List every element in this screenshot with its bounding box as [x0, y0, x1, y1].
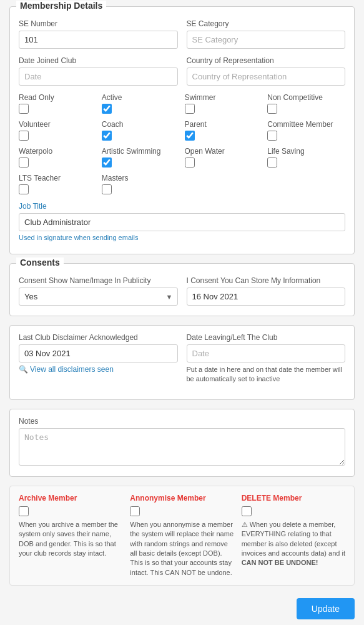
show-name-group: Consent Show Name/Image In Publicity Yes…: [19, 276, 178, 306]
store-info-label: I Consent You Can Store My Information: [187, 276, 346, 285]
archive-member-description: When you archive a member the system onl…: [19, 520, 122, 559]
date-leaving-group: Date Leaving/Left The Club Put a date in…: [187, 333, 346, 384]
checkbox-swimmer-input[interactable]: [185, 104, 195, 114]
anonymise-member-checkbox[interactable]: [130, 506, 140, 516]
checkbox-lts-teacher-label: LTS Teacher: [19, 174, 61, 182]
checkbox-artistic-swimming-input[interactable]: [102, 158, 112, 168]
store-info-group: I Consent You Can Store My Information: [187, 276, 346, 306]
se-number-input[interactable]: [19, 31, 178, 49]
checkbox-active-input[interactable]: [102, 104, 112, 114]
consents-section: Consents Consent Show Name/Image In Publ…: [9, 263, 355, 316]
date-joined-label: Date Joined Club: [19, 56, 178, 65]
delete-description-bold: CAN NOT BE UNDONE!: [242, 559, 318, 566]
checkbox-volunteer-input[interactable]: [19, 131, 29, 141]
anonymise-member-description: When you annonymise a member the system …: [130, 520, 234, 578]
danger-grid: Archive Member When you archive a member…: [19, 494, 345, 578]
update-row: Update: [9, 594, 355, 623]
checkbox-non-competitive: Non Competitive: [267, 93, 345, 114]
membership-details-section: Membership Details SE Number SE Category…: [9, 6, 355, 254]
job-title-label: Job Title: [19, 202, 345, 211]
checkbox-life-saving-label: Life Saving: [267, 147, 304, 156]
show-name-select-wrapper: Yes No Not Set ▼: [19, 288, 178, 306]
checkbox-open-water-input[interactable]: [185, 158, 195, 168]
job-title-group: Job Title Used in signature when sending…: [19, 202, 345, 241]
notes-label: Notes: [19, 417, 345, 426]
delete-member-label: DELETE Member: [242, 494, 345, 502]
checkbox-open-water: Open Water: [185, 147, 263, 168]
se-category-group: SE Category: [187, 19, 346, 49]
checkbox-active: Active: [102, 93, 180, 114]
checkbox-coach-label: Coach: [102, 120, 124, 129]
checkbox-committee-member-label: Committee Member: [267, 120, 333, 129]
se-row: SE Number SE Category: [19, 19, 345, 49]
consent-row: Consent Show Name/Image In Publicity Yes…: [19, 276, 345, 306]
delete-member-description: ⚠ When you delete a member, EVERYTHING r…: [242, 520, 345, 568]
checkbox-parent-input[interactable]: [185, 131, 195, 141]
checkbox-coach: Coach: [102, 120, 180, 141]
view-disclaimers-link[interactable]: 🔍 View all disclaimers seen: [19, 365, 178, 374]
checkbox-parent-label: Parent: [185, 120, 207, 129]
country-input[interactable]: [187, 68, 346, 86]
date-joined-group: Date Joined Club: [19, 56, 178, 86]
checkbox-committee-member-input[interactable]: [267, 131, 277, 141]
date-leaving-label: Date Leaving/Left The Club: [187, 333, 346, 342]
checkbox-masters: Masters: [102, 174, 180, 194]
anonymise-member-label: Annonymise Member: [130, 494, 234, 502]
checkbox-waterpolo-input[interactable]: [19, 158, 29, 168]
checkbox-waterpolo: Waterpolo: [19, 147, 97, 168]
checkbox-committee-member: Committee Member: [267, 120, 345, 141]
checkbox-lts-teacher: LTS Teacher: [19, 174, 97, 194]
job-title-input[interactable]: [19, 213, 345, 231]
checkbox-parent: Parent: [185, 120, 263, 141]
checkbox-waterpolo-label: Waterpolo: [19, 147, 52, 156]
show-name-label: Consent Show Name/Image In Publicity: [19, 276, 178, 285]
checkbox-swimmer: Swimmer: [185, 93, 263, 114]
se-number-group: SE Number: [19, 19, 178, 49]
view-disclaimers-text: View all disclaimers seen: [30, 365, 114, 374]
checkbox-read-only-label: Read Only: [19, 93, 54, 102]
se-category-label: SE Category: [187, 19, 346, 28]
checkbox-read-only: Read Only: [19, 93, 97, 114]
warning-icon: ⚠: [242, 521, 250, 528]
checkbox-artistic-swimming-label: Artistic Swimming: [102, 147, 161, 156]
date-leaving-input[interactable]: [187, 344, 346, 362]
checkbox-non-competitive-input[interactable]: [267, 104, 277, 114]
checkbox-non-competitive-label: Non Competitive: [267, 93, 323, 102]
job-title-note: Used in signature when sending emails: [19, 234, 345, 241]
checkbox-open-water-label: Open Water: [185, 147, 225, 156]
checkbox-masters-label: Masters: [102, 174, 129, 182]
checkbox-lts-teacher-input[interactable]: [19, 184, 29, 194]
notes-textarea[interactable]: [19, 428, 345, 466]
delete-member-checkbox[interactable]: [242, 506, 252, 516]
danger-section: Archive Member When you archive a member…: [9, 486, 355, 586]
store-info-input[interactable]: [187, 288, 346, 306]
delete-description-pre: When you delete a member, EVERYTHING rel…: [242, 521, 345, 557]
checkbox-masters-input[interactable]: [102, 184, 112, 194]
checkbox-volunteer-label: Volunteer: [19, 120, 51, 129]
membership-details-title: Membership Details: [16, 1, 106, 11]
date-leaving-note: Put a date in here and on that date the …: [187, 365, 346, 384]
checkbox-active-label: Active: [102, 93, 122, 102]
delete-member-item: DELETE Member ⚠ When you delete a member…: [242, 494, 345, 578]
info-icon: 🔍: [19, 365, 28, 374]
se-number-label: SE Number: [19, 19, 178, 28]
checkbox-read-only-input[interactable]: [19, 104, 29, 114]
disclaimer-section: Last Club Disclaimer Acknowledged 🔍 View…: [9, 325, 355, 400]
last-ack-input[interactable]: [19, 344, 178, 362]
last-ack-label: Last Club Disclaimer Acknowledged: [19, 333, 178, 342]
checkbox-artistic-swimming: Artistic Swimming: [102, 147, 180, 168]
consents-title: Consents: [16, 258, 64, 268]
checkbox-life-saving: Life Saving: [267, 147, 345, 168]
checkbox-coach-input[interactable]: [102, 131, 112, 141]
checkbox-volunteer: Volunteer: [19, 120, 97, 141]
checkboxes-grid: Read Only Active Swimmer Non Competitive…: [19, 93, 345, 194]
country-group: Country of Representation: [187, 56, 346, 86]
update-button[interactable]: Update: [297, 598, 355, 619]
anonymise-member-item: Annonymise Member When you annonymise a …: [130, 494, 234, 578]
archive-member-label: Archive Member: [19, 494, 122, 502]
checkbox-life-saving-input[interactable]: [267, 158, 277, 168]
se-category-input[interactable]: [187, 31, 346, 49]
show-name-select[interactable]: Yes No Not Set: [19, 288, 178, 306]
date-joined-input[interactable]: [19, 68, 178, 86]
archive-member-checkbox[interactable]: [19, 506, 29, 516]
